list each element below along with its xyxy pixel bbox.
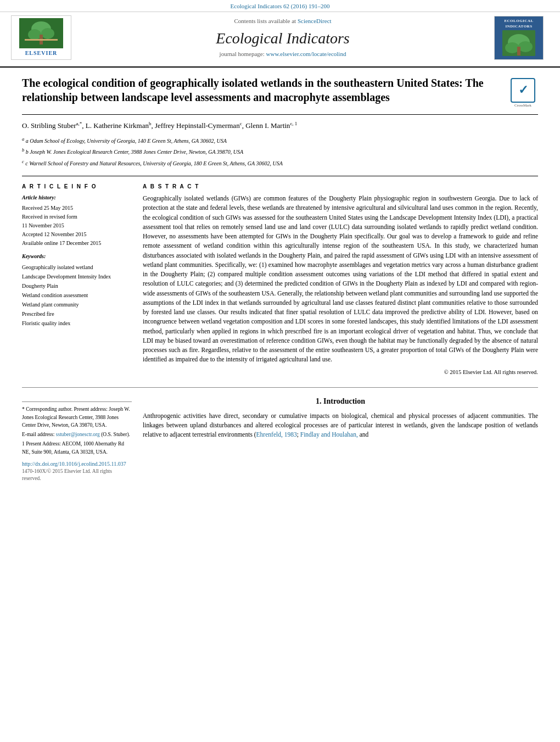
article-title: The ecological condition of geographical… [22, 76, 502, 104]
affil-2-text: b Joseph W. Jones Ecological Research Ce… [26, 149, 244, 155]
eco-logo: ECOLOGICALINDICATORS [494, 16, 544, 60]
abstract-text: Geographically isolated wetlands (GIWs) … [143, 194, 538, 376]
author3-name: , Jeffrey Hepinstall-Cymerman [152, 122, 240, 130]
article-info-col: A R T I C L E I N F O Article history: R… [22, 183, 132, 376]
introduction-section: * Corresponding author. Present address:… [22, 396, 538, 482]
keyword-5: Wetland plant community [22, 300, 132, 309]
svg-point-3 [41, 28, 54, 39]
journal-header: Ecological Indicators 62 (2016) 191–200 [0, 0, 560, 68]
footnote-1: 1 Present Address: AECOM, 1000 Abernathy… [22, 440, 132, 456]
article-body: The ecological condition of geographical… [0, 68, 560, 493]
journal-header-content: ELSEVIER Contents lists available at Sci… [0, 12, 560, 63]
intro-right-col: 1. Introduction Anthropogenic activities… [143, 396, 538, 482]
doi-header-text: Ecological Indicators 62 (2016) 191–200 [231, 3, 330, 9]
keyword-6: Prescribed fire [22, 309, 132, 319]
intro-left-col: * Corresponding author. Present address:… [22, 396, 132, 482]
history-label: Article history: [22, 194, 132, 202]
affiliations: a a Odum School of Ecology, University o… [22, 136, 538, 176]
author1-name: O. Stribling Stuber [22, 122, 76, 130]
author4-sup: c, 1 [290, 121, 297, 126]
journal-name: Ecological Indicators [82, 27, 483, 49]
intro-text: Anthropogenic activities have direct, se… [143, 411, 538, 440]
ref-findlay[interactable]: Findlay and Houlahan, [300, 431, 358, 438]
affil-3: c c Warnell School of Forestry and Natur… [22, 158, 538, 168]
affil-2: b b Joseph W. Jones Ecological Research … [22, 147, 538, 157]
intro-section-title: 1. Introduction [143, 396, 538, 407]
keyword-7: Floristic quality index [22, 319, 132, 328]
intro-paragraph-1: Anthropogenic activities have direct, se… [143, 411, 538, 440]
accepted-date: Accepted 12 November 2015 [22, 230, 132, 238]
ref-ehrenfeld[interactable]: Ehrenfeld, 1983 [256, 431, 297, 438]
eco-logo-image [502, 30, 535, 55]
keyword-4: Wetland condition assessment [22, 291, 132, 300]
journal-logo-right: ECOLOGICALINDICATORS [494, 16, 549, 60]
journal-title-center: Contents lists available at ScienceDirec… [71, 17, 494, 58]
keyword-3: Dougherty Plain [22, 281, 132, 291]
section-divider [22, 387, 538, 388]
elsevier-label: ELSEVIER [14, 49, 69, 57]
crossmark-symbol: ✓ [518, 82, 528, 99]
two-col-section: A R T I C L E I N F O Article history: R… [22, 183, 538, 376]
doi-url[interactable]: http://dx.doi.org/10.1016/j.ecolind.2015… [22, 461, 126, 467]
keywords-label: Keywords: [22, 253, 132, 260]
footnotes-area: * Corresponding author. Present address:… [22, 401, 132, 456]
crossmark-icon: ✓ [511, 78, 535, 103]
received-date: Received 25 May 2015 [22, 204, 132, 212]
footnote-email: E-mail address: sstuber@jonesctr.org (O.… [22, 431, 132, 438]
homepage-url[interactable]: www.elsevier.com/locate/ecolind [266, 51, 346, 57]
received-revised-label: Received in revised form [22, 213, 132, 221]
intro-section-number: 1. [316, 397, 322, 405]
received-revised-date: 11 November 2015 [22, 221, 132, 230]
journal-homepage: journal homepage: www.elsevier.com/locat… [82, 50, 483, 58]
journal-top-bar: Ecological Indicators 62 (2016) 191–200 [0, 0, 560, 12]
sciencedirect-link[interactable]: ScienceDirect [298, 18, 332, 24]
authors-line: O. Stribling Stubera,*, L. Katherine Kir… [22, 120, 538, 131]
available-date: Available online 17 December 2015 [22, 239, 132, 247]
article-title-section: The ecological condition of geographical… [22, 76, 538, 115]
eco-logo-text: ECOLOGICALINDICATORS [504, 19, 533, 30]
keywords-section: Keywords: Geographically isolated wetlan… [22, 253, 132, 328]
homepage-label: journal homepage: [220, 51, 265, 57]
text-and: and [360, 431, 369, 438]
svg-rect-10 [517, 47, 520, 55]
crossmark-label: CrossMark [508, 103, 538, 109]
footnote-star: * Corresponding author. Present address:… [22, 405, 132, 429]
elsevier-tree-icon [19, 18, 63, 48]
author4-name: , Glenn I. Martin [242, 122, 290, 130]
affil-1-text: a Odum School of Ecology, University of … [26, 138, 227, 144]
contents-text: Contents lists available at [234, 18, 296, 24]
page: Ecological Indicators 62 (2016) 191–200 [0, 0, 560, 493]
keyword-1: Geographically isolated wetland [22, 263, 132, 272]
doi-line: http://dx.doi.org/10.1016/j.ecolind.2015… [22, 460, 132, 468]
issn-line: 1470-160X/© 2015 Elsevier Ltd. All right… [22, 468, 132, 483]
abstract-col: A B S T R A C T Geographically isolated … [143, 183, 538, 376]
affil-1: a a Odum School of Ecology, University o… [22, 136, 538, 146]
keyword-2: Landscape Development Intensity Index [22, 272, 132, 281]
abstract-paragraph: Geographically isolated wetlands (GIWs) … [143, 194, 538, 365]
svg-point-2 [28, 29, 41, 40]
email-label: E-mail address: [22, 432, 54, 437]
footnote-star-text: * Corresponding author. Present address:… [22, 406, 130, 428]
svg-rect-5 [25, 39, 58, 41]
intro-section-title-text: Introduction [323, 397, 365, 405]
abstract-header: A B S T R A C T [143, 183, 538, 191]
email-suffix: (O.S. Stuber). [101, 432, 130, 437]
article-info-header: A R T I C L E I N F O [22, 183, 132, 191]
email-link[interactable]: sstuber@jonesctr.org [56, 432, 100, 437]
elsevier-logo: ELSEVIER [11, 15, 71, 60]
author2-name: , L. Katherine Kirkman [82, 122, 149, 130]
affil-3-text: c Warnell School of Forestry and Natural… [25, 160, 283, 166]
copyright-line: © 2015 Elsevier Ltd. All rights reserved… [143, 368, 538, 377]
crossmark-badge: ✓ CrossMark [508, 78, 538, 109]
